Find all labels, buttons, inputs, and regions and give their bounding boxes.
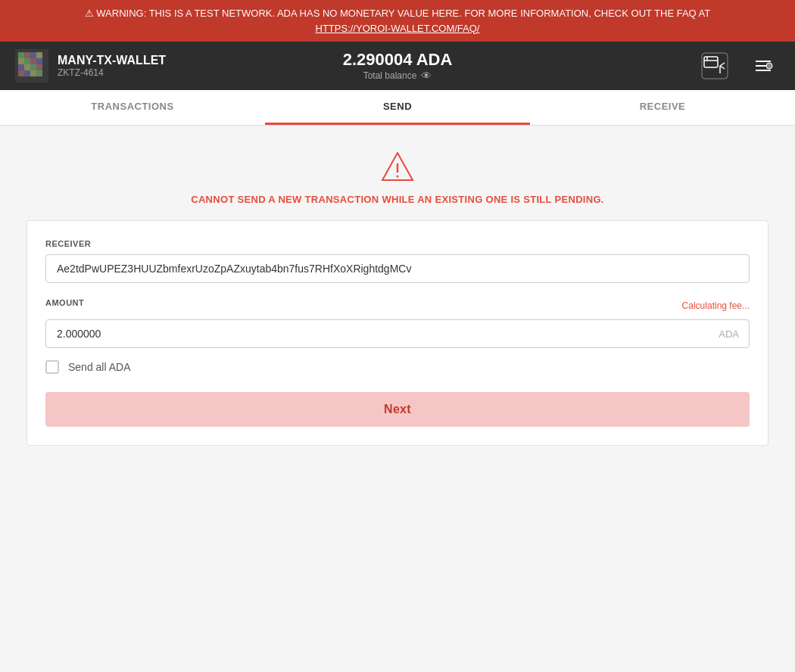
amount-input[interactable] <box>45 319 750 348</box>
form-card: RECEIVER AMOUNT Calculating fee... ADA S… <box>26 220 768 446</box>
amount-input-wrapper: ADA <box>45 319 750 348</box>
warning-link[interactable]: HTTPS://YOROI-WALLET.COM/FAQ/ <box>12 21 783 36</box>
svg-rect-10 <box>24 64 30 70</box>
error-section: CANNOT SEND A NEW TRANSACTION WHILE AN E… <box>191 148 604 205</box>
tab-send[interactable]: SEND <box>265 90 530 125</box>
balance-label: Total balance 👁 <box>270 70 525 82</box>
warning-triangle-icon <box>379 148 416 185</box>
eye-icon[interactable]: 👁 <box>421 70 432 82</box>
svg-rect-1 <box>18 52 24 58</box>
receiver-input[interactable] <box>45 254 750 283</box>
tab-transactions[interactable]: TRANSACTIONS <box>0 90 265 125</box>
svg-rect-11 <box>30 64 36 70</box>
header-actions <box>525 46 780 86</box>
svg-rect-6 <box>24 58 30 64</box>
svg-line-21 <box>720 63 725 66</box>
svg-rect-18 <box>704 57 718 67</box>
svg-rect-5 <box>18 58 24 64</box>
balance-amount: 2.290004 ADA <box>270 50 525 70</box>
svg-rect-14 <box>24 70 30 76</box>
wallet-info: MANY-TX-WALLET ZKTZ-4614 <box>15 49 270 82</box>
receiver-label: RECEIVER <box>45 239 750 248</box>
main-content: CANNOT SEND A NEW TRANSACTION WHILE AN E… <box>0 126 795 468</box>
warning-text: WARNING: THIS IS A TEST NETWORK. ADA HAS… <box>96 8 710 19</box>
svg-point-29 <box>397 176 399 178</box>
balance-section: 2.290004 ADA Total balance 👁 <box>270 50 525 82</box>
send-receive-button[interactable] <box>695 46 734 86</box>
next-button[interactable]: Next <box>45 392 750 427</box>
wallet-name: MANY-TX-WALLET <box>58 54 166 67</box>
svg-rect-15 <box>30 70 36 76</box>
amount-label: AMOUNT <box>45 298 84 307</box>
svg-rect-16 <box>36 70 42 76</box>
menu-button[interactable] <box>747 49 780 82</box>
error-message: CANNOT SEND A NEW TRANSACTION WHILE AN E… <box>191 194 604 205</box>
amount-suffix: ADA <box>719 328 739 340</box>
svg-rect-12 <box>36 64 42 70</box>
nav-tabs: TRANSACTIONS SEND RECEIVE <box>0 90 795 126</box>
send-all-label[interactable]: Send all ADA <box>68 361 131 373</box>
svg-rect-9 <box>18 64 24 70</box>
svg-line-22 <box>720 66 725 69</box>
svg-rect-8 <box>36 58 42 64</box>
wallet-name-block: MANY-TX-WALLET ZKTZ-4614 <box>58 54 166 78</box>
warning-banner: ⚠ WARNING: THIS IS A TEST NETWORK. ADA H… <box>0 0 795 42</box>
svg-rect-4 <box>36 52 42 58</box>
amount-row: AMOUNT Calculating fee... <box>45 298 750 313</box>
warning-icon: ⚠ <box>85 8 94 19</box>
svg-rect-7 <box>30 58 36 64</box>
send-all-checkbox[interactable] <box>45 360 59 374</box>
fee-status: Calculating fee... <box>682 300 750 311</box>
wallet-id: ZKTZ-4614 <box>58 67 166 78</box>
svg-rect-3 <box>30 52 36 58</box>
svg-rect-2 <box>24 52 30 58</box>
svg-rect-13 <box>18 70 24 76</box>
svg-point-27 <box>766 63 772 69</box>
header: MANY-TX-WALLET ZKTZ-4614 2.290004 ADA To… <box>0 42 795 90</box>
tab-receive[interactable]: RECEIVE <box>530 90 795 125</box>
send-all-row: Send all ADA <box>45 360 750 374</box>
wallet-icon <box>15 49 48 82</box>
